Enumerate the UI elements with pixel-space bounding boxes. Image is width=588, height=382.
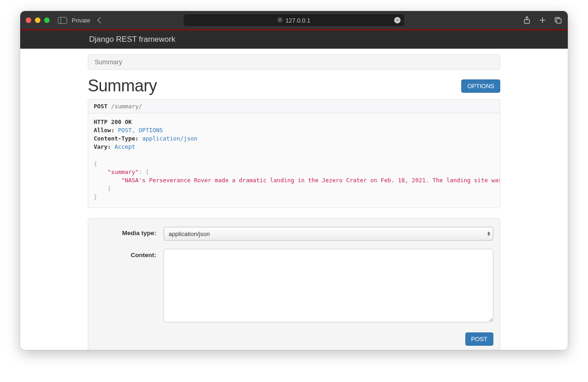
request-verb: POST [94, 103, 107, 110]
vary-value: Accept [114, 143, 135, 150]
content-container: Summary Summary OPTIONS POST /summary/ H… [88, 49, 500, 350]
body-string: "NASA's Perseverance Rover made a dramat… [121, 177, 500, 184]
close-button[interactable] [26, 17, 31, 23]
reader-badge[interactable]: ··· [394, 17, 401, 23]
sidebar-toggle-icon[interactable] [58, 17, 67, 24]
tab-overview-icon[interactable] [554, 17, 562, 24]
form-panel: Media type: application/json Content: [88, 218, 500, 350]
svg-rect-1 [279, 19, 281, 21]
svg-rect-3 [557, 18, 561, 23]
post-button[interactable]: POST [465, 332, 493, 346]
brace-close: } [94, 193, 97, 200]
colon-bracket: : [ [139, 169, 149, 175]
media-type-label: Media type: [95, 227, 164, 236]
content-type-value: application/json [142, 135, 197, 142]
navbar: Django REST framework [20, 30, 568, 49]
response-block: HTTP 200 OK Allow: POST, OPTIONS Content… [88, 113, 500, 208]
allow-key: Allow: [94, 127, 114, 134]
minimize-button[interactable] [35, 17, 40, 23]
back-icon[interactable] [97, 17, 104, 23]
browser-window: Private 127.0.0.1 ··· Django REST framew… [20, 11, 568, 350]
share-icon[interactable] [523, 16, 531, 24]
content-type-key: Content-Type: [94, 135, 139, 142]
breadcrumb-current: Summary [95, 58, 122, 66]
form-actions: POST [95, 332, 493, 346]
window-controls [26, 17, 50, 23]
chrome-right-controls [523, 16, 562, 24]
media-type-value: application/json [169, 230, 210, 237]
media-type-select[interactable]: application/json [164, 227, 493, 241]
body-key: "summary" [107, 169, 139, 175]
media-type-row: Media type: application/json [95, 227, 493, 241]
close-array: ] [94, 185, 111, 192]
url-text: 127.0.0.1 [285, 17, 310, 24]
page-title: Summary [88, 76, 157, 96]
browser-chrome: Private 127.0.0.1 ··· [20, 11, 568, 29]
content-row: Content: [95, 249, 493, 324]
new-tab-icon[interactable] [539, 17, 546, 24]
page-viewport: Django REST framework Summary Summary OP… [20, 29, 568, 350]
options-button[interactable]: OPTIONS [461, 79, 500, 93]
navbar-brand[interactable]: Django REST framework [89, 35, 175, 44]
status-line: HTTP 200 OK [94, 118, 132, 125]
title-row: Summary OPTIONS [88, 76, 500, 96]
chevron-up-down-icon [487, 232, 490, 236]
lock-icon [277, 17, 283, 23]
content-textarea[interactable] [164, 249, 493, 322]
breadcrumb: Summary [88, 54, 500, 70]
request-path: /summary/ [111, 103, 142, 110]
allow-value: POST, OPTIONS [118, 127, 163, 134]
content-label: Content: [95, 249, 164, 258]
maximize-button[interactable] [44, 17, 50, 23]
vary-key: Vary: [94, 143, 111, 150]
private-label: Private [72, 17, 90, 24]
request-line: POST /summary/ [88, 99, 500, 113]
address-bar[interactable]: 127.0.0.1 ··· [184, 14, 404, 26]
brace-open: { [94, 160, 97, 167]
